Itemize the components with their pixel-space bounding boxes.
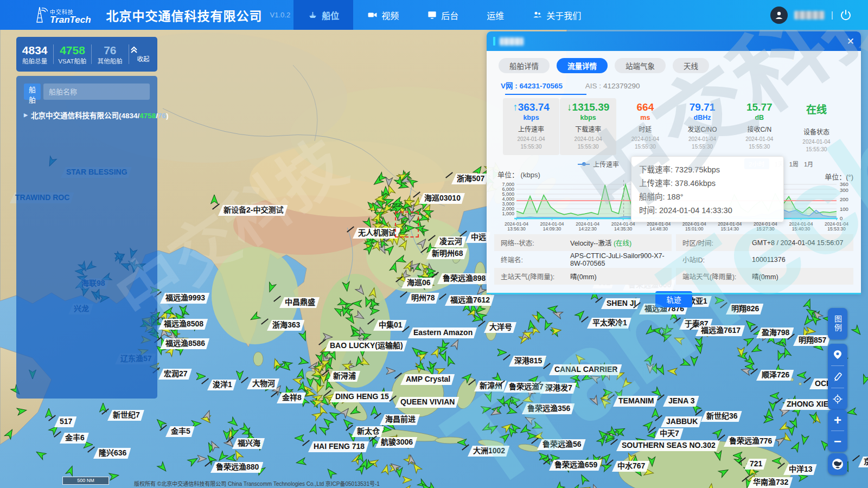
ship-label[interactable]: 大物河 [247,378,279,389]
ship-label[interactable]: 鲁荣远渔56 [537,439,586,450]
ship-label[interactable]: 顺泽726 [756,370,794,381]
label-leader-line [607,394,615,400]
vessel-name-blurred [500,37,524,46]
company-tree-item[interactable]: ▶ 北京中交通信科技有限公司(4834/4758/76) [24,110,152,120]
nav-item-1[interactable]: 视频 [353,0,413,30]
ship-label[interactable]: 海巡03010 [419,193,465,204]
locate-icon[interactable] [828,388,847,410]
logo[interactable]: 中交科技 TranTech [31,6,91,24]
ship-label[interactable]: 新世纪7 [107,410,144,421]
label-leader-line [347,226,354,232]
ship-label[interactable]: CANAL CARRIER [549,364,622,375]
ship-label[interactable]: AMP Crystal [400,374,455,385]
ship-label[interactable]: 中天7 [654,428,684,439]
ship-label[interactable]: 海昌前进 [380,414,420,425]
ship-label[interactable]: 明翔826 [726,304,763,314]
ship-label[interactable]: 中昌鼎盛 [279,297,320,308]
collapse-label: 收起 [129,54,157,63]
ship-label[interactable]: 福远渔7617 [695,325,745,336]
ship-label[interactable]: 海巡06 [401,278,435,288]
vessel-detail-panel: ✕ 船舶详情流量详情站端气象天线 V网 : 64231-70565 AIS : … [487,31,861,293]
ship-label[interactable]: DING HENG 15 [330,391,393,402]
info-cell-1-1: 小站ID:100011376 [676,251,853,268]
ship-label[interactable]: 盈海798 [756,328,794,338]
ship-label[interactable]: 隆兴636 [93,448,131,459]
ship-label[interactable]: 平太荣冷1 [587,318,631,329]
ship-label[interactable]: 鲁荣远渔356 [522,403,575,414]
label-leader-line [212,203,220,209]
nav-item-4[interactable]: 关于我们 [518,0,595,30]
ship-label[interactable]: 福远渔8508 [158,319,208,330]
ship-label[interactable]: SOUTHERN SEAS NO.302 [616,440,720,451]
ship-label[interactable]: 华南渔732 [748,477,793,488]
ship-label[interactable]: QUEEN VIVIAN [395,397,459,408]
ship-label[interactable]: 明翔857 [793,335,831,346]
ship-label[interactable]: 鲁荣远渔898 [437,273,490,284]
nav-item-2[interactable]: 后台 [413,0,473,30]
ship-label[interactable]: 凌云河 [434,236,467,247]
label-leader-line [346,425,353,431]
ship-label[interactable]: 大洲1002 [468,446,509,457]
zoom-control-group: + − [828,410,847,452]
ship-type-button[interactable]: 船舶 [24,84,41,100]
ship-label[interactable]: 新明州68 [426,248,468,259]
ship-label[interactable]: 浙海363 [267,320,304,331]
ship-label[interactable]: JABBUK [661,416,702,427]
map-legend-button[interactable]: 图例 [828,308,847,339]
tab-3[interactable]: 天线 [673,58,709,73]
logout-power-icon[interactable] [840,9,852,21]
ship-label[interactable]: 金丰5 [165,426,195,437]
ship-label[interactable]: 中集01 [373,320,407,331]
ship-label[interactable]: 新浔浦 [328,371,360,382]
ship-label[interactable]: 福远渔9993 [160,293,209,304]
ship-label[interactable]: 新太仓 [352,426,384,437]
tab-2[interactable]: 站端气象 [615,58,666,73]
location-pin-icon[interactable] [828,344,847,365]
ship-label[interactable]: 福远渔7612 [445,295,494,306]
collapse-button[interactable]: 收起 [129,46,157,63]
ship-label[interactable]: 深港发7 [540,383,577,394]
ship-label[interactable]: 深港815 [509,356,546,367]
measure-icon[interactable] [828,366,847,388]
ship-label[interactable]: 鲁荣远渔880 [210,462,263,473]
ship-label[interactable]: 浙海507 [451,174,489,184]
ship-label[interactable]: 浚洋1 [207,380,237,390]
ship-label[interactable]: 航骏3006 [375,437,417,448]
ship-label[interactable]: 鲁荣远渔776 [724,436,776,447]
ship-label[interactable]: 宏润27 [158,369,192,380]
ship-label[interactable]: 福兴海 [232,438,265,449]
tab-0[interactable]: 船舶详情 [499,58,550,73]
ship-label[interactable]: TEMANIM [613,396,658,407]
ship-name-input[interactable] [43,84,150,100]
close-icon[interactable]: ✕ [847,37,854,46]
nav-item-3[interactable]: 运维 [473,0,518,30]
ship-label[interactable]: Eastern Amazon [408,328,477,338]
ship-label[interactable]: 大洋号 [484,322,516,333]
ship-label[interactable]: 中水767 [612,461,649,472]
ship-label[interactable]: 京 [858,457,868,467]
ship-label[interactable]: 新设备2-中交测试 [218,205,288,216]
base-layer-button[interactable] [828,453,847,475]
ship-label[interactable]: 517 [54,416,76,427]
ship-label[interactable]: 新世纪36 [701,411,742,422]
terminal-info-grid: 网络--状态:Velocity--激活 (在线)时区/时间:GMT+8 / 20… [494,234,853,285]
ship-label[interactable]: BAO LUCKY(运输船) [324,341,407,351]
ship-label[interactable]: 金祥8 [277,393,306,403]
zoom-out-button[interactable]: − [828,431,847,452]
label-leader-line [657,394,665,400]
ship-label[interactable]: 金丰6 [60,433,89,444]
ship-label[interactable]: HAI FENG 718 [308,441,369,452]
ship-label[interactable]: 鲁荣远渔659 [549,460,602,471]
ship-label[interactable]: 中洋13 [783,464,817,475]
tab-1[interactable]: 流量详情 [557,58,608,73]
ship-label[interactable]: JENA 3 [663,396,699,407]
avatar[interactable] [770,7,788,24]
ship-label[interactable]: 721 [744,459,767,470]
zoom-in-button[interactable]: + [828,410,847,431]
ship-label[interactable]: 福远渔8586 [160,338,209,349]
ship-label[interactable]: 无人机测试 [353,228,400,239]
detail-panel-header: ✕ [487,31,861,51]
svg-text:14:22:30: 14:22:30 [578,226,597,232]
ship-label[interactable]: 明州78 [406,293,439,304]
nav-item-0[interactable]: 船位 [293,0,353,30]
